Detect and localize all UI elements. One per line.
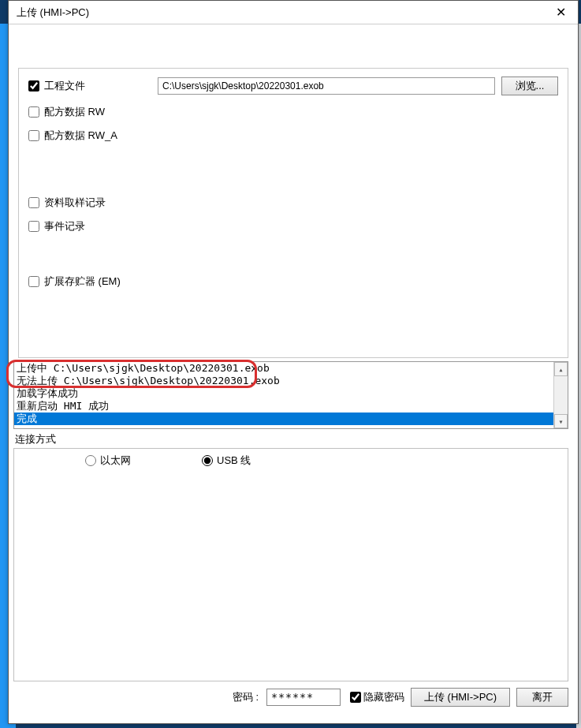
checkbox-em-label: 扩展存贮器 (EM) (44, 274, 121, 289)
scroll-up-icon[interactable]: ▴ (554, 362, 568, 376)
checkbox-hide-password-label: 隐藏密码 (363, 690, 404, 704)
radio-usb-label: USB 线 (217, 454, 251, 468)
connection-label: 连接方式 (15, 432, 578, 446)
radio-usb[interactable]: USB 线 (202, 454, 251, 468)
log-box: 上传中 C:\Users\sjgk\Desktop\20220301.exob … (13, 361, 568, 429)
checkbox-event[interactable]: 事件记录 (28, 219, 85, 233)
row-em: 扩展存贮器 (EM) (28, 274, 558, 289)
window-title: 上传 (HMI->PC) (9, 6, 543, 20)
checkbox-recipe-rw-input[interactable] (28, 106, 39, 118)
log-line[interactable]: 重新启动 HMI 成功 (14, 400, 553, 413)
browse-button[interactable]: 浏览... (501, 77, 558, 95)
radio-ethernet-label: 以太网 (100, 454, 131, 468)
checkbox-sampling-input[interactable] (28, 197, 39, 208)
dialog-content: 工程文件 浏览... 配方数据 RW 配方数据 RW_A (9, 24, 578, 723)
log-line[interactable]: 无法上传 C:\Users\sjgk\Desktop\20220301.exob (14, 375, 553, 387)
row-sampling: 资料取样记录 (28, 196, 558, 210)
spacer (28, 243, 558, 274)
dialog-window: 上传 (HMI->PC) ✕ 工程文件 浏览... 配方数据 RW (8, 0, 579, 724)
password-input[interactable] (266, 689, 341, 706)
row-event: 事件记录 (28, 219, 558, 233)
log-line[interactable]: 加载字体成功 (14, 387, 553, 400)
log-line[interactable]: 上传中 C:\Users\sjgk\Desktop\20220301.exob (14, 362, 553, 375)
checkbox-em[interactable]: 扩展存贮器 (EM) (28, 274, 121, 289)
row-recipe-rw-a: 配方数据 RW_A (28, 129, 558, 143)
checkbox-em-input[interactable] (28, 276, 39, 287)
checkbox-sampling[interactable]: 资料取样记录 (28, 196, 106, 210)
leave-button[interactable]: 离开 (516, 688, 568, 707)
log-scrollbar[interactable]: ▴ ▾ (553, 362, 568, 428)
checkbox-event-label: 事件记录 (44, 219, 85, 233)
checkbox-project-label: 工程文件 (44, 79, 85, 93)
checkbox-sampling-label: 资料取样记录 (44, 196, 106, 210)
radio-ethernet-input[interactable] (85, 455, 96, 466)
spacer (28, 152, 558, 196)
close-icon[interactable]: ✕ (543, 1, 578, 24)
project-path-input[interactable] (158, 77, 495, 95)
connection-group: 以太网 USB 线 (13, 448, 568, 681)
checkbox-event-input[interactable] (28, 221, 39, 232)
log-line-selected[interactable]: 完成 (14, 413, 553, 425)
connection-radios: 以太网 USB 线 (85, 454, 560, 468)
checkbox-recipe-rw-label: 配方数据 RW (44, 105, 105, 119)
checkbox-recipe-rw-a-input[interactable] (28, 130, 39, 141)
row-project: 工程文件 浏览... (28, 77, 558, 95)
log-content[interactable]: 上传中 C:\Users\sjgk\Desktop\20220301.exob … (14, 362, 553, 428)
checkbox-recipe-rw-a[interactable]: 配方数据 RW_A (28, 129, 117, 143)
password-label: 密码 : (233, 690, 259, 704)
checkbox-project-input[interactable] (28, 80, 39, 91)
upload-button[interactable]: 上传 (HMI->PC) (411, 688, 510, 707)
row-recipe-rw: 配方数据 RW (28, 105, 558, 119)
scroll-down-icon[interactable]: ▾ (554, 414, 568, 428)
radio-usb-input[interactable] (202, 455, 213, 466)
bottom-bar: 密码 : 隐藏密码 上传 (HMI->PC) 离开 (9, 681, 578, 713)
checkbox-hide-password-input[interactable] (350, 692, 361, 703)
checkbox-hide-password[interactable]: 隐藏密码 (350, 690, 404, 704)
titlebar: 上传 (HMI->PC) ✕ (9, 1, 578, 24)
checkbox-recipe-rw[interactable]: 配方数据 RW (28, 105, 105, 119)
checkbox-project[interactable]: 工程文件 (28, 79, 85, 93)
checkbox-recipe-rw-a-label: 配方数据 RW_A (44, 129, 117, 143)
radio-ethernet[interactable]: 以太网 (85, 454, 131, 468)
upload-options-group: 工程文件 浏览... 配方数据 RW 配方数据 RW_A (18, 68, 568, 358)
